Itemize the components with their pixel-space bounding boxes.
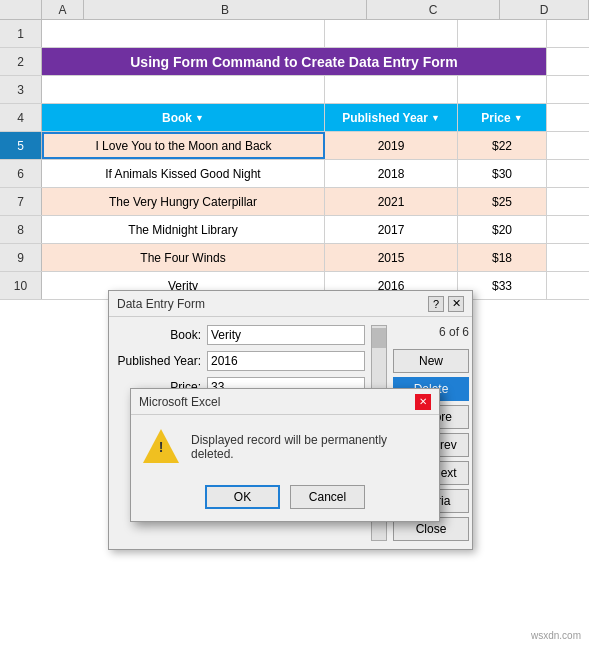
filter-arrow-book[interactable]: ▼ — [195, 113, 204, 123]
cell-6b[interactable]: If Animals Kissed Good Night — [42, 160, 325, 187]
alert-close-button[interactable]: ✕ — [415, 394, 431, 410]
cell-9c[interactable]: 2015 — [325, 244, 458, 271]
field-label-book: Book: — [117, 328, 207, 342]
row-num-8: 8 — [0, 216, 42, 243]
cell-6c[interactable]: 2018 — [325, 160, 458, 187]
row-4: 4 Book ▼ Published Year ▼ Price ▼ — [0, 104, 589, 132]
header-price[interactable]: Price ▼ — [458, 104, 547, 131]
col-header-d: D — [500, 0, 589, 19]
cell-1b[interactable] — [42, 20, 325, 47]
cell-8d[interactable]: $20 — [458, 216, 547, 243]
row-num-5: 5 — [0, 132, 42, 159]
header-book-label: Book — [162, 111, 192, 125]
row-8[interactable]: 8 The Midnight Library 2017 $20 — [0, 216, 589, 244]
alert-title: Microsoft Excel — [139, 395, 220, 409]
row-num-1: 1 — [0, 20, 42, 47]
row-2: 2 Using Form Command to Create Data Entr… — [0, 48, 589, 76]
col-header-a: A — [42, 0, 84, 19]
col-header-row: A B C D — [0, 0, 589, 20]
row-num-10: 10 — [0, 272, 42, 299]
row-3: 3 — [0, 76, 589, 104]
alert-body: ! Displayed record will be permanently d… — [131, 415, 439, 479]
field-row-book: Book: — [117, 325, 365, 345]
dialog-close-button[interactable]: ✕ — [448, 296, 464, 312]
cell-5c[interactable]: 2019 — [325, 132, 458, 159]
record-info: 6 of 6 — [393, 325, 469, 339]
dialog-titlebar-buttons: ? ✕ — [428, 296, 464, 312]
field-label-year: Published Year: — [117, 354, 207, 368]
cell-5b[interactable]: I Love You to the Moon and Back — [42, 132, 325, 159]
field-row-year: Published Year: — [117, 351, 365, 371]
field-input-year[interactable] — [207, 351, 365, 371]
alert-titlebar: Microsoft Excel ✕ — [131, 389, 439, 415]
row-1: 1 — [0, 20, 589, 48]
row-9[interactable]: 9 The Four Winds 2015 $18 — [0, 244, 589, 272]
scrollbar-thumb — [372, 328, 386, 348]
row-5[interactable]: 5 I Love You to the Moon and Back 2019 $… — [0, 132, 589, 160]
cell-8c[interactable]: 2017 — [325, 216, 458, 243]
cell-9d[interactable]: $18 — [458, 244, 547, 271]
cell-3c[interactable] — [325, 76, 458, 103]
cell-1c[interactable] — [325, 20, 458, 47]
filter-arrow-price[interactable]: ▼ — [514, 113, 523, 123]
header-year-label: Published Year — [342, 111, 428, 125]
cell-1d[interactable] — [458, 20, 547, 47]
cancel-button[interactable]: Cancel — [290, 485, 365, 509]
alert-footer: OK Cancel — [131, 479, 439, 521]
cell-3b[interactable] — [42, 76, 325, 103]
cell-7d[interactable]: $25 — [458, 188, 547, 215]
field-input-book[interactable] — [207, 325, 365, 345]
row-num-9: 9 — [0, 244, 42, 271]
ok-button[interactable]: OK — [205, 485, 280, 509]
cell-3d[interactable] — [458, 76, 547, 103]
filter-arrow-year[interactable]: ▼ — [431, 113, 440, 123]
row-num-3: 3 — [0, 76, 42, 103]
new-button[interactable]: New — [393, 349, 469, 373]
cell-6d[interactable]: $30 — [458, 160, 547, 187]
watermark: wsxdn.com — [531, 630, 581, 641]
row-num-7: 7 — [0, 188, 42, 215]
cell-9b[interactable]: The Four Winds — [42, 244, 325, 271]
cell-title: Using Form Command to Create Data Entry … — [42, 48, 547, 75]
cell-5d[interactable]: $22 — [458, 132, 547, 159]
row-num-6: 6 — [0, 160, 42, 187]
alert-dialog: Microsoft Excel ✕ ! Displayed record wil… — [130, 388, 440, 522]
form-dialog-titlebar: Data Entry Form ? ✕ — [109, 291, 472, 317]
row-num-4: 4 — [0, 104, 42, 131]
header-book[interactable]: Book ▼ — [42, 104, 325, 131]
cell-7b[interactable]: The Very Hungry Caterpillar — [42, 188, 325, 215]
header-year[interactable]: Published Year ▼ — [325, 104, 458, 131]
row-num-2: 2 — [0, 48, 42, 75]
cell-8b[interactable]: The Midnight Library — [42, 216, 325, 243]
alert-icon: ! — [143, 429, 179, 465]
col-header-c: C — [367, 0, 500, 19]
row-7[interactable]: 7 The Very Hungry Caterpillar 2021 $25 — [0, 188, 589, 216]
cell-7c[interactable]: 2021 — [325, 188, 458, 215]
warning-icon: ! — [159, 439, 164, 455]
row-6[interactable]: 6 If Animals Kissed Good Night 2018 $30 — [0, 160, 589, 188]
spreadsheet: A B C D 1 2 Using Form Command to Create… — [0, 0, 589, 300]
col-header-b: B — [84, 0, 367, 19]
header-price-label: Price — [481, 111, 510, 125]
form-dialog-title: Data Entry Form — [117, 297, 205, 311]
corner-cell — [0, 0, 42, 19]
dialog-help-button[interactable]: ? — [428, 296, 444, 312]
alert-message: Displayed record will be permanently del… — [191, 433, 427, 461]
